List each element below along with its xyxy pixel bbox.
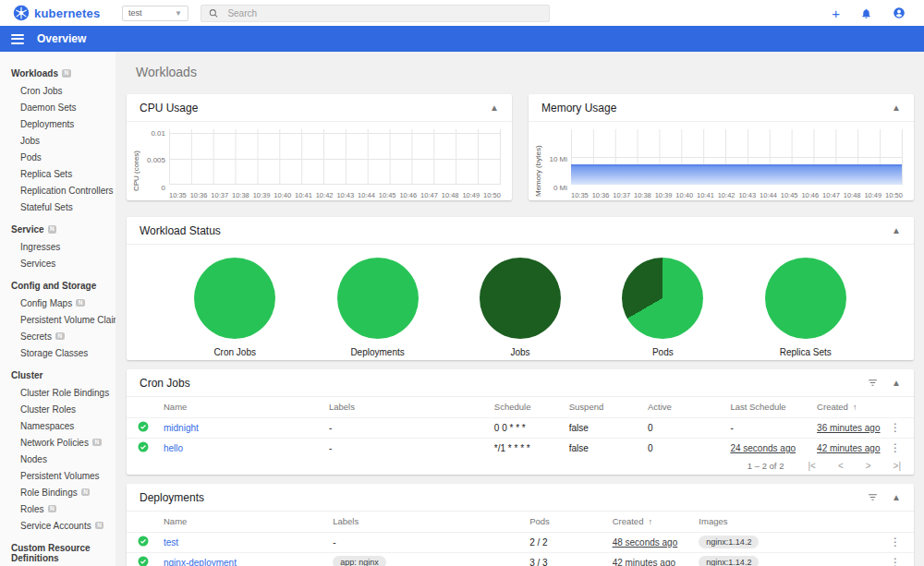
sidebar-item-persistent-volumes[interactable]: Persistent Volumes <box>11 467 116 484</box>
x-tick-label: 10:44 <box>760 191 777 199</box>
column-header-labels: Labels <box>329 512 526 532</box>
sidebar-section-service: Service N Ingresses Services <box>11 221 116 271</box>
pagination-next-button[interactable]: > <box>866 461 871 471</box>
deployments-table: Name Labels Pods Created↑ Images test - … <box>127 512 914 566</box>
sidebar-item-secrets[interactable]: SecretsN <box>11 328 116 344</box>
filter-icon[interactable] <box>867 491 879 503</box>
collapse-card-button[interactable]: ▲ <box>892 103 901 113</box>
pagination-prev-button[interactable]: < <box>838 461 844 471</box>
x-tick-label: 10:43 <box>738 191 756 199</box>
sidebar-item-services[interactable]: Services <box>11 255 116 271</box>
sidebar-section-workloads: Workloads N Cron Jobs Daemon Sets Deploy… <box>11 65 116 215</box>
sidebar-section-header: Service N <box>11 221 116 238</box>
kebab-menu-button[interactable]: ⋮ <box>890 441 901 454</box>
toolbar-title: Overview <box>37 32 86 45</box>
memory-usage-card: Memory Usage ▲ Memory (bytes) 10 Mi 0 Mi <box>529 94 914 200</box>
menu-hamburger-icon[interactable] <box>11 34 24 44</box>
last-schedule-value: 24 seconds ago <box>730 443 796 453</box>
x-tick-label: 10:37 <box>613 191 630 199</box>
sidebar-item-label: Secrets <box>20 331 52 342</box>
x-tick-label: 10:44 <box>358 191 375 199</box>
x-tick-label: 10:46 <box>801 191 819 199</box>
namespace-selector[interactable]: test ▼ <box>122 6 188 21</box>
notifications-bell-icon[interactable] <box>860 7 872 19</box>
kebab-menu-button[interactable]: ⋮ <box>890 536 901 548</box>
sidebar-item-label: Services <box>20 259 55 269</box>
sidebar-item-jobs[interactable]: Jobs <box>11 132 116 149</box>
namespace-value: test <box>128 8 142 18</box>
status-pie <box>765 258 846 339</box>
status-pie <box>622 258 703 339</box>
sidebar-item-role-bindings[interactable]: Role BindingsN <box>11 484 116 500</box>
card-title: Cron Jobs <box>140 377 190 390</box>
x-tick-label: 10:39 <box>655 191 673 199</box>
sidebar-item-label: Jobs <box>20 136 40 146</box>
filter-icon[interactable] <box>867 377 879 389</box>
cronjob-name-link[interactable]: hello <box>164 443 183 453</box>
x-tick-label: 10:41 <box>697 191 714 199</box>
sidebar-item-cron-jobs[interactable]: Cron Jobs <box>11 82 116 99</box>
image-chip: nginx:1.14.2 <box>699 556 759 566</box>
kubernetes-wheel-icon <box>13 5 30 21</box>
collapse-card-button[interactable]: ▲ <box>892 226 901 235</box>
pagination-first-button[interactable]: |< <box>808 461 815 471</box>
namespaced-badge: N <box>95 522 104 530</box>
status-pie <box>337 258 419 339</box>
sidebar-item-persistent-volume-claims[interactable]: Persistent Volume ClaimsN <box>11 311 116 328</box>
sidebar-item-cluster-role-bindings[interactable]: Cluster Role Bindings <box>11 384 116 401</box>
cronjob-name-link[interactable]: midnight <box>164 423 199 433</box>
sidebar-item-label: Ingresses <box>20 242 60 252</box>
sidebar-item-replica-sets[interactable]: Replica Sets <box>11 165 116 182</box>
sidebar-item-ingresses[interactable]: Ingresses <box>11 238 116 255</box>
sidebar-item-network-policies[interactable]: Network PoliciesN <box>11 434 116 451</box>
sidebar-item-deployments[interactable]: Deployments <box>11 115 116 132</box>
kubernetes-logo[interactable]: kubernetes <box>13 5 115 21</box>
sidebar-item-cluster-roles[interactable]: Cluster Roles <box>11 401 116 417</box>
main-content: Workloads CPU Usage ▲ CPU (cores) 0.01 0… <box>116 52 924 566</box>
x-tick-label: 10:36 <box>190 191 208 199</box>
sidebar-item-replication-controllers[interactable]: Replication Controllers <box>11 182 116 199</box>
sidebar-item-roles[interactable]: RolesN <box>11 500 116 517</box>
deployment-name-link[interactable]: nginx-deployment <box>164 558 237 566</box>
sidebar-item-label: Replica Sets <box>20 169 72 179</box>
active-value: 0 <box>648 423 653 433</box>
collapse-card-button[interactable]: ▲ <box>892 379 901 388</box>
column-header-name[interactable]: Name <box>160 397 325 417</box>
card-title: Memory Usage <box>541 102 616 114</box>
pie-label: Replica Sets <box>780 347 832 357</box>
x-tick-label: 10:38 <box>232 191 249 199</box>
search-input[interactable] <box>227 8 541 18</box>
column-header-name[interactable]: Name <box>160 512 329 532</box>
collapse-card-button[interactable]: ▲ <box>892 493 901 502</box>
pagination-last-button[interactable]: >| <box>894 461 901 471</box>
pie-label: Pods <box>652 347 674 357</box>
deployment-name-link[interactable]: test <box>164 537 178 548</box>
column-header-created[interactable]: Created↑ <box>813 397 886 417</box>
sidebar-item-pods[interactable]: Pods <box>11 149 116 165</box>
collapse-card-button[interactable]: ▲ <box>490 103 499 113</box>
suspend-value: false <box>569 423 589 433</box>
x-tick-label: 10:40 <box>274 191 291 199</box>
sidebar-item-storage-classes[interactable]: Storage Classes <box>11 344 116 361</box>
sidebar-item-service-accounts[interactable]: Service AccountsN <box>11 517 116 534</box>
column-header-created[interactable]: Created↑ <box>609 512 696 532</box>
memory-x-axis: 10:3510:3610:3710:3810:3910:4010:4110:42… <box>571 187 903 199</box>
table-row: test - 2 / 2 48 seconds ago nginx:1.14.2… <box>127 532 914 552</box>
namespaced-badge: N <box>81 488 91 497</box>
sidebar-item-config-maps[interactable]: Config MapsN <box>11 295 116 311</box>
sidebar-item-stateful-sets[interactable]: Stateful Sets <box>11 199 116 215</box>
section-label: Workloads <box>11 68 58 78</box>
x-tick-label: 10:42 <box>316 191 334 199</box>
user-profile-icon[interactable] <box>893 6 906 19</box>
pie-label: Cron Jobs <box>213 347 256 357</box>
section-label: Custom Resource Definitions <box>11 543 116 563</box>
sidebar-item-nodes[interactable]: Nodes <box>11 451 116 467</box>
sort-asc-icon: ↑ <box>853 403 857 412</box>
sidebar-item-namespaces[interactable]: Namespaces <box>11 417 116 434</box>
kebab-menu-button[interactable]: ⋮ <box>890 556 901 566</box>
kebab-menu-button[interactable]: ⋮ <box>890 421 901 434</box>
sidebar-item-daemon-sets[interactable]: Daemon Sets <box>11 99 116 115</box>
page-title: Workloads <box>127 61 914 79</box>
create-resource-button[interactable]: + <box>832 6 840 20</box>
chevron-down-icon: ▼ <box>175 9 182 18</box>
